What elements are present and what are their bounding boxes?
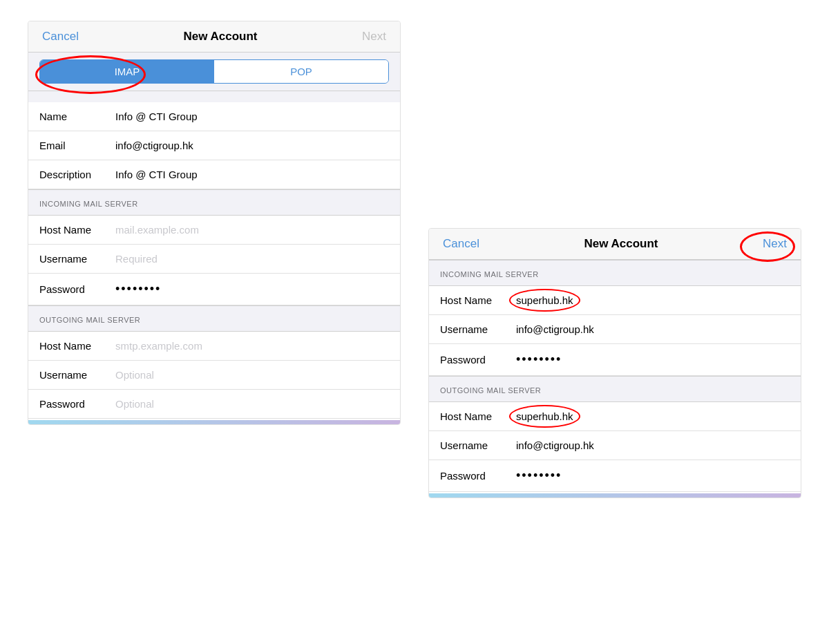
- incoming-hostname-circled: superhub.hk: [516, 294, 573, 306]
- right-outgoing-hostname-value: superhub.hk: [516, 410, 573, 422]
- right-panel-header: Cancel New Account Next: [429, 229, 801, 260]
- right-outgoing-password-row[interactable]: Password ••••••••: [429, 460, 801, 492]
- outgoing-hostname-row[interactable]: Host Name smtp.example.com: [28, 332, 400, 361]
- right-outgoing-password-value: ••••••••: [516, 468, 562, 483]
- outgoing-password-label: Password: [39, 398, 115, 410]
- right-next-button[interactable]: Next: [763, 237, 787, 251]
- right-incoming-username-row[interactable]: Username info@ctigroup.hk: [429, 315, 801, 344]
- outgoing-username-row[interactable]: Username Optional: [28, 361, 400, 390]
- imap-button[interactable]: IMAP: [40, 60, 214, 83]
- right-incoming-section-header: INCOMING MAIL SERVER: [429, 260, 801, 286]
- pop-button[interactable]: POP: [214, 60, 388, 83]
- outgoing-password-row[interactable]: Password Optional: [28, 390, 400, 419]
- email-row: Email info@ctigroup.hk: [28, 131, 400, 160]
- incoming-password-row[interactable]: Password ••••••••: [28, 274, 400, 305]
- right-incoming-username-value: info@ctigroup.hk: [516, 323, 594, 335]
- right-outgoing-password-label: Password: [440, 470, 516, 482]
- incoming-password-input[interactable]: ••••••••: [115, 282, 161, 296]
- outgoing-password-input[interactable]: Optional: [115, 398, 154, 410]
- left-panel-title: New Account: [183, 30, 257, 44]
- right-outgoing-username-value: info@ctigroup.hk: [516, 439, 594, 451]
- right-incoming-hostname-label: Host Name: [440, 294, 516, 306]
- spacer-1: [28, 91, 400, 102]
- incoming-section-label: INCOMING MAIL SERVER: [39, 196, 389, 212]
- incoming-section-header: INCOMING MAIL SERVER: [28, 189, 400, 216]
- incoming-username-row[interactable]: Username Required: [28, 245, 400, 274]
- left-cancel-button[interactable]: Cancel: [42, 30, 79, 44]
- outgoing-hostname-label: Host Name: [39, 340, 115, 352]
- outgoing-section-header: OUTGOING MAIL SERVER: [28, 305, 400, 332]
- right-outgoing-hostname-row[interactable]: Host Name superhub.hk: [429, 402, 801, 431]
- right-panel-title: New Account: [584, 237, 658, 251]
- name-label: Name: [39, 111, 115, 122]
- right-outgoing-username-row[interactable]: Username info@ctigroup.hk: [429, 431, 801, 460]
- left-panel-header: Cancel New Account Next: [28, 21, 400, 53]
- outgoing-username-input[interactable]: Optional: [115, 369, 154, 381]
- right-cancel-button[interactable]: Cancel: [443, 237, 479, 251]
- right-outgoing-section-label: OUTGOING MAIL SERVER: [440, 382, 790, 399]
- incoming-hostname-label: Host Name: [39, 224, 115, 236]
- right-incoming-password-value: ••••••••: [516, 352, 562, 367]
- outgoing-username-label: Username: [39, 369, 115, 381]
- outgoing-hostname-input[interactable]: smtp.example.com: [115, 340, 202, 352]
- right-outgoing-username-label: Username: [440, 439, 516, 451]
- right-incoming-username-label: Username: [440, 323, 516, 335]
- email-label: Email: [39, 140, 115, 151]
- imap-pop-segment[interactable]: IMAP POP: [39, 59, 389, 84]
- right-incoming-password-label: Password: [440, 354, 516, 366]
- description-label: Description: [39, 169, 115, 180]
- right-incoming-password-row[interactable]: Password ••••••••: [429, 344, 801, 376]
- incoming-username-label: Username: [39, 253, 115, 265]
- incoming-hostname-row[interactable]: Host Name mail.example.com: [28, 216, 400, 245]
- right-incoming-hostname-row[interactable]: Host Name superhub.hk: [429, 286, 801, 315]
- outgoing-section-label: OUTGOING MAIL SERVER: [39, 312, 389, 328]
- left-next-button[interactable]: Next: [362, 30, 386, 44]
- right-bottom-accent: [429, 493, 801, 498]
- segment-row: IMAP POP: [28, 53, 400, 91]
- right-incoming-hostname-value: superhub.hk: [516, 294, 573, 306]
- name-value: Info @ CTI Group: [115, 111, 198, 122]
- name-row: Name Info @ CTI Group: [28, 102, 400, 131]
- right-outgoing-hostname-label: Host Name: [440, 410, 516, 422]
- incoming-hostname-input[interactable]: mail.example.com: [115, 224, 199, 236]
- description-row: Description Info @ CTI Group: [28, 160, 400, 189]
- right-panel: Cancel New Account Next INCOMING MAIL SE…: [428, 228, 801, 498]
- email-value: info@ctigroup.hk: [115, 140, 193, 151]
- incoming-password-label: Password: [39, 283, 115, 295]
- description-value: Info @ CTI Group: [115, 169, 198, 180]
- left-panel: Cancel New Account Next IMAP POP Name In…: [28, 21, 401, 425]
- bottom-accent: [28, 420, 400, 424]
- right-outgoing-section-header: OUTGOING MAIL SERVER: [429, 376, 801, 402]
- outgoing-hostname-circled: superhub.hk: [516, 410, 573, 422]
- incoming-username-input[interactable]: Required: [115, 253, 158, 265]
- right-incoming-section-label: INCOMING MAIL SERVER: [440, 266, 790, 283]
